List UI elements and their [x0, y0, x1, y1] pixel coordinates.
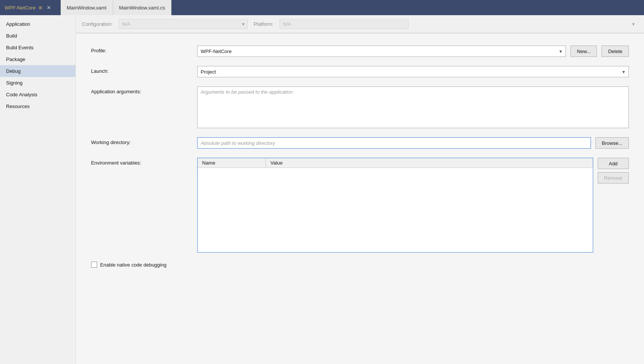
close-icon[interactable]: ✕: [45, 4, 53, 11]
working-dir-control-wrapper: Browse...: [197, 137, 629, 149]
file-tab-mainwindow-xaml[interactable]: MainWindow.xaml: [61, 0, 113, 15]
env-vars-control-wrapper: Name Value Add Remove: [197, 158, 629, 253]
env-vars-table: Name Value: [197, 158, 593, 253]
working-dir-label: Working directory:: [91, 137, 197, 145]
new-button[interactable]: New...: [570, 46, 597, 57]
pin-icon[interactable]: ⊞: [39, 5, 42, 10]
remove-button[interactable]: Remove: [598, 172, 629, 184]
configuration-select[interactable]: N/A: [119, 19, 248, 29]
platform-select-wrapper: N/A: [280, 19, 638, 29]
working-dir-row: Working directory: Browse...: [91, 137, 629, 149]
configuration-label: Configuration:: [82, 21, 113, 27]
add-button[interactable]: Add: [598, 158, 629, 169]
native-debug-checkbox[interactable]: [91, 262, 97, 268]
profile-label: Profile:: [91, 46, 197, 53]
sidebar-item-build[interactable]: Build: [0, 30, 75, 42]
working-dir-input[interactable]: [197, 137, 591, 149]
profile-select-wrapper: WPF-NetCore: [197, 46, 566, 57]
profile-row: Profile: WPF-NetCore New... Delete: [91, 46, 629, 57]
native-debug-row: Enable native code debugging: [91, 262, 629, 268]
sidebar-item-build-events[interactable]: Build Events: [0, 42, 75, 53]
config-bar: Configuration: N/A Platform: N/A: [76, 15, 644, 33]
project-tab-name: WPF-NetCore: [5, 5, 36, 11]
sidebar-item-application[interactable]: Application: [0, 18, 75, 30]
configuration-select-wrapper: N/A: [119, 19, 248, 29]
form-area: Profile: WPF-NetCore New... Delete Launc…: [76, 33, 644, 364]
file-tab-mainwindow-xaml-cs[interactable]: MainWindow.xaml.cs: [113, 0, 171, 15]
sidebar-item-resources[interactable]: Resources: [0, 100, 75, 112]
env-vars-body[interactable]: [198, 168, 593, 250]
profile-select[interactable]: WPF-NetCore: [197, 46, 566, 57]
main-layout: Application Build Build Events Package D…: [0, 15, 644, 364]
title-bar: WPF-NetCore ⊞ ✕ MainWindow.xaml MainWind…: [0, 0, 644, 15]
sidebar-item-signing[interactable]: Signing: [0, 77, 75, 89]
app-args-label: Application arguments:: [91, 86, 197, 94]
content-area: Configuration: N/A Platform: N/A Profile…: [76, 15, 644, 364]
delete-button[interactable]: Delete: [602, 46, 629, 57]
env-vars-label: Environment variables:: [91, 158, 197, 166]
app-args-control-wrapper: [197, 86, 629, 128]
env-vars-actions: Add Remove: [598, 158, 629, 184]
project-tab[interactable]: WPF-NetCore ⊞ ✕: [0, 0, 61, 15]
app-args-textarea[interactable]: [197, 86, 629, 128]
env-vars-col-name: Name: [198, 158, 266, 168]
launch-select[interactable]: Project: [197, 66, 629, 77]
browse-button[interactable]: Browse...: [595, 137, 629, 149]
sidebar: Application Build Build Events Package D…: [0, 15, 76, 364]
profile-control-wrapper: WPF-NetCore New... Delete: [197, 46, 629, 57]
sidebar-item-code-analysis[interactable]: Code Analysis: [0, 89, 75, 100]
platform-label: Platform:: [254, 21, 273, 27]
sidebar-item-debug[interactable]: Debug: [0, 65, 75, 77]
native-debug-label: Enable native code debugging: [100, 262, 166, 268]
env-vars-header: Name Value: [198, 158, 593, 168]
env-vars-row: Environment variables: Name Value Add: [91, 158, 629, 253]
env-vars-col-value: Value: [266, 158, 593, 168]
launch-row: Launch: Project: [91, 66, 629, 77]
env-vars-container: Name Value Add Remove: [197, 158, 629, 253]
launch-control-wrapper: Project: [197, 66, 629, 77]
launch-label: Launch:: [91, 66, 197, 74]
platform-select[interactable]: N/A: [280, 19, 408, 29]
sidebar-item-package[interactable]: Package: [0, 53, 75, 65]
app-args-row: Application arguments:: [91, 86, 629, 128]
launch-select-wrapper: Project: [197, 66, 629, 77]
